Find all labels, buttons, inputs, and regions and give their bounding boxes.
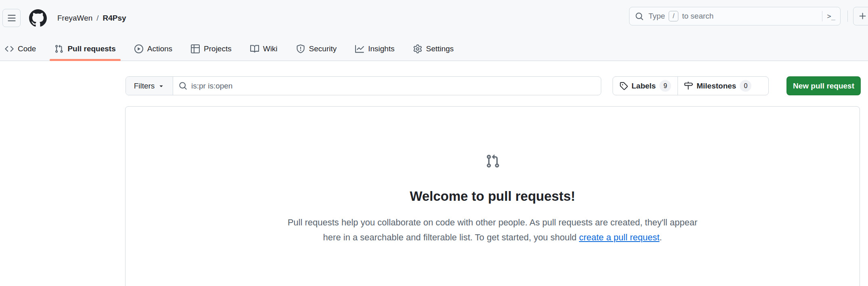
labels-count-badge: 9 — [659, 80, 671, 92]
gear-icon — [413, 44, 422, 53]
create-new-button[interactable] — [853, 7, 868, 25]
milestones-label: Milestones — [696, 82, 736, 90]
book-icon — [250, 44, 259, 53]
app-header: FreyaWen / R4Psy Type / to search >_ Cod… — [0, 0, 868, 61]
milestones-button[interactable]: Milestones 0 — [678, 77, 758, 95]
labels-label: Labels — [632, 82, 656, 90]
pr-search-input[interactable] — [191, 82, 595, 90]
pull-requests-panel: Welcome to pull requests! Pull requests … — [125, 106, 860, 286]
pr-search-field — [173, 77, 601, 95]
code-icon — [5, 44, 14, 53]
new-pull-request-button[interactable]: New pull request — [786, 76, 861, 95]
description-after-link: . — [659, 232, 662, 242]
tab-insights-label: Insights — [368, 44, 394, 53]
breadcrumb-separator: / — [96, 14, 98, 23]
search-inner-divider — [822, 11, 822, 21]
tab-pull-requests-label: Pull requests — [67, 44, 115, 53]
tab-security[interactable]: Security — [291, 36, 342, 61]
tab-settings-label: Settings — [426, 44, 454, 53]
command-palette-icon[interactable]: >_ — [827, 12, 835, 20]
tab-wiki[interactable]: Wiki — [245, 36, 282, 61]
hamburger-menu-button[interactable] — [2, 9, 21, 27]
labels-milestones-group: Labels 9 Milestones 0 — [613, 76, 769, 95]
hamburger-icon — [7, 14, 16, 23]
breadcrumb-owner-link[interactable]: FreyaWen — [57, 14, 92, 23]
search-placeholder-suffix: to search — [682, 12, 713, 21]
caret-down-icon — [158, 82, 165, 89]
tab-insights[interactable]: Insights — [350, 36, 399, 61]
create-pull-request-link[interactable]: create a pull request — [579, 232, 659, 242]
search-icon — [635, 12, 644, 21]
tab-pull-requests[interactable]: Pull requests — [50, 36, 120, 61]
header-divider — [847, 11, 848, 22]
breadcrumb-repo-link[interactable]: R4Psy — [103, 14, 126, 23]
search-placeholder: Type / to search — [648, 11, 822, 21]
table-icon — [191, 44, 200, 53]
pr-filter-bar: Filters — [125, 76, 601, 95]
tab-actions[interactable]: Actions — [130, 36, 177, 61]
github-logo[interactable] — [29, 9, 47, 27]
tab-code-label: Code — [18, 44, 36, 53]
play-icon — [134, 44, 143, 53]
milestones-count-badge: 0 — [740, 80, 751, 92]
git-pull-request-icon — [485, 154, 500, 168]
search-placeholder-prefix: Type — [648, 12, 665, 21]
breadcrumb: FreyaWen / R4Psy — [57, 0, 126, 36]
tab-projects[interactable]: Projects — [186, 36, 236, 61]
empty-state-title: Welcome to pull requests! — [125, 189, 860, 204]
filters-dropdown-button[interactable]: Filters — [126, 77, 173, 95]
tag-icon — [619, 82, 628, 90]
filters-button-label: Filters — [134, 82, 155, 90]
plus-icon — [858, 12, 867, 21]
empty-state-description: Pull requests help you collaborate on co… — [278, 215, 707, 245]
repo-nav-tabs: Code Pull requests Actions Projects Wiki — [0, 36, 458, 61]
tab-projects-label: Projects — [204, 44, 232, 53]
tab-security-label: Security — [309, 44, 337, 53]
milestone-icon — [684, 82, 693, 90]
global-search-box[interactable]: Type / to search >_ — [629, 7, 841, 25]
tab-code[interactable]: Code — [0, 36, 41, 61]
slash-key-hint: / — [669, 11, 678, 21]
tab-settings[interactable]: Settings — [408, 36, 459, 61]
graph-icon — [355, 44, 364, 53]
search-icon — [179, 82, 187, 90]
git-pull-request-icon — [54, 44, 63, 53]
shield-icon — [296, 44, 305, 53]
tab-wiki-label: Wiki — [263, 44, 278, 53]
tab-actions-label: Actions — [147, 44, 172, 53]
labels-button[interactable]: Labels 9 — [613, 77, 678, 95]
